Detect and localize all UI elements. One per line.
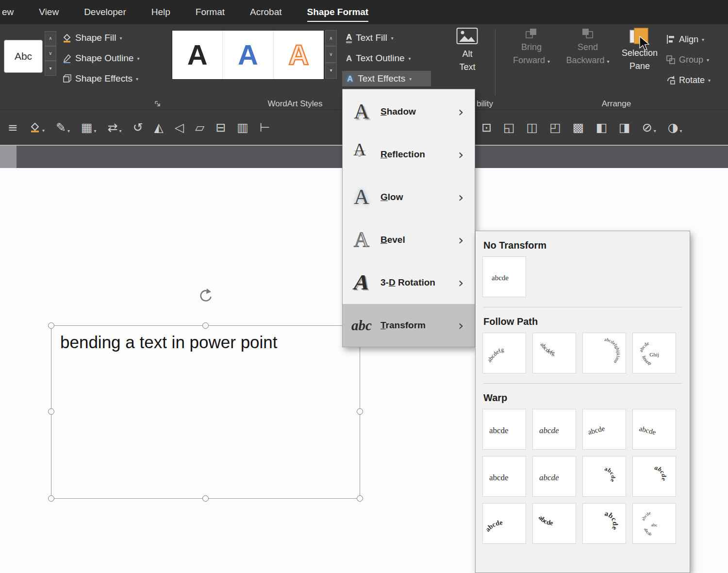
gallery-more-icon[interactable]: ▾ — [45, 61, 56, 76]
ungroup-objects-icon[interactable]: ◰ — [549, 121, 561, 134]
menu-tab-help[interactable]: Help — [151, 7, 170, 17]
gallery-down-icon[interactable]: ∨ — [325, 46, 337, 62]
text-outline-button[interactable]: A Text Outline ▾ — [342, 51, 431, 66]
rotate-left-icon: ↺ — [133, 121, 143, 134]
send-backward-icon — [581, 27, 594, 40]
character-spacing-icon[interactable]: ⇄▾ — [108, 121, 122, 134]
shape-fill-button[interactable]: Shape Fill ▾ — [62, 30, 122, 46]
transform-style-tile-curve-down[interactable]: abcde — [532, 503, 576, 544]
distribute-columns-icon: ▥ — [237, 121, 248, 134]
bring-forward-icon — [525, 27, 538, 40]
shape-effects-label: Shape Effects — [75, 73, 132, 84]
shape-outline-button[interactable]: Shape Outline ▾ — [62, 51, 139, 66]
menu-tab-shape-format[interactable]: Shape Format — [307, 7, 369, 17]
transform-style-tile-arch-down[interactable]: abcdefg — [532, 333, 576, 373]
position-icon[interactable]: ◱ — [503, 121, 515, 134]
menu-item-shadow[interactable]: AShadow› — [343, 90, 475, 133]
transform-style-tile-plain-lg[interactable]: abcde — [482, 409, 526, 450]
transform-style-tile-curve-up[interactable]: abcde — [482, 503, 526, 544]
gallery-up-icon[interactable]: ∧ — [325, 30, 337, 46]
align-label: Align — [679, 34, 698, 45]
menu-tab-ew[interactable]: ew — [2, 7, 14, 17]
regroup-objects-icon[interactable]: ▩ — [573, 121, 584, 134]
transform-style-tile-arch-up[interactable]: abcdefg — [482, 333, 526, 373]
menu-item-reflection[interactable]: AAReflection› — [343, 133, 475, 176]
bring-to-front-icon[interactable]: ◧ — [596, 121, 607, 134]
group-separator — [495, 29, 496, 96]
merge-shapes-icon[interactable]: ⊘▾ — [642, 121, 656, 134]
dropdown-arrow-icon: ▾ — [708, 78, 711, 83]
shape-fill-bucket-icon[interactable]: ▾ — [29, 121, 45, 133]
transform-style-tile-button[interactable]: abcdeGhijlmnop — [632, 333, 676, 373]
wordart-gallery: A A A — [172, 30, 324, 80]
transform-style-tile-ring-lg[interactable]: abcde — [582, 503, 626, 544]
shape-outline-pen-icon[interactable]: ✎▾ — [56, 121, 70, 134]
flip-vertical-icon[interactable]: ◭ — [154, 121, 164, 134]
gallery-more-icon[interactable]: ▾ — [325, 63, 337, 79]
group-objects-icon[interactable]: ◫ — [527, 121, 538, 134]
align-left-edge-icon: ⊢ — [260, 121, 270, 134]
section-divider — [483, 383, 682, 384]
gallery-down-icon[interactable]: ∨ — [45, 46, 56, 61]
text-fill-button[interactable]: A Text Fill ▾ — [342, 30, 431, 46]
transform-style-tile-plain-it[interactable]: abcde — [532, 409, 576, 450]
rotate-left-icon[interactable]: ↺ — [133, 121, 143, 134]
transform-style-tile-chevron-down[interactable]: abcde — [632, 409, 676, 450]
distribute-columns-icon[interactable]: ▥ — [237, 121, 248, 134]
transform-style-tile-chevron-up[interactable]: abcde — [582, 409, 626, 450]
wordart-style-1[interactable]: A — [172, 31, 223, 79]
flip-vertical-icon: ◭ — [154, 121, 164, 134]
resize-handle-bottom-left[interactable] — [48, 495, 54, 502]
align-button[interactable]: Align ▾ — [666, 31, 704, 48]
resize-handle-bottom-right[interactable] — [357, 495, 363, 502]
alt-text-label-2: Text — [459, 62, 475, 73]
tile-grid: abcde — [482, 256, 683, 297]
resize-handle-top-left[interactable] — [48, 322, 54, 329]
transform-style-tile-ring[interactable]: abcde — [582, 456, 626, 497]
resize-handle-middle-right[interactable] — [357, 408, 363, 415]
text-effects-button[interactable]: A Text Effects ▾ — [342, 71, 431, 86]
outline-level-icon[interactable]: ≡ — [8, 121, 18, 134]
tile-grid: abcdeabcdeabcdeabcdeabcdeabcdeabcdeabcde… — [482, 409, 683, 544]
send-backward-button[interactable]: Send Backward ▾ — [565, 27, 611, 96]
transform-style-tile-button-sm[interactable]: abcdeabcabcde — [632, 503, 676, 544]
shape-style-preview[interactable]: Abc — [4, 40, 43, 73]
menubar: ewViewDeveloperHelpFormatAcrobatShape Fo… — [0, 0, 728, 24]
textbox-text[interactable]: bending a text in power point — [51, 326, 360, 352]
send-to-back-icon[interactable]: ◨ — [619, 121, 630, 134]
menu-item-glow[interactable]: AGlow› — [343, 176, 475, 219]
resize-handle-top-middle[interactable] — [202, 322, 209, 329]
align-left-edge-icon[interactable]: ⊢ — [260, 121, 270, 134]
menu-item-3d-rotation[interactable]: A3-D Rotation› — [343, 261, 475, 304]
resize-handle-bottom-middle[interactable] — [202, 495, 209, 502]
menu-tab-view[interactable]: View — [39, 7, 59, 17]
resize-icon[interactable]: ⊡ — [481, 121, 492, 134]
menu-tab-acrobat[interactable]: Acrobat — [250, 7, 281, 17]
wordart-style-3[interactable]: A — [274, 31, 324, 79]
shape-effects-button[interactable]: Shape Effects ▾ — [62, 71, 138, 86]
gallery-up-icon[interactable]: ∧ — [45, 31, 56, 46]
transform-style-tile-plain-lg[interactable]: abcde — [482, 456, 526, 497]
wordart-style-2[interactable]: A — [223, 31, 273, 79]
resize-handle-middle-left[interactable] — [48, 408, 54, 415]
menu-tab-developer[interactable]: Developer — [84, 7, 126, 17]
transform-style-tile-circle[interactable]: abcdefghijklmn — [582, 333, 626, 373]
transform-style-tile-ring-bold[interactable]: abcde — [632, 456, 676, 497]
transform-style-tile-plain[interactable]: abcde — [482, 256, 526, 297]
alt-text-button[interactable]: Alt Text — [447, 27, 487, 96]
rotate-button[interactable]: Rotate ▾ — [666, 72, 711, 88]
flip-horizontal-icon[interactable]: ◁ — [175, 121, 184, 134]
menu-item-transform[interactable]: abcTransform› — [343, 304, 475, 347]
menu-item-bevel[interactable]: ABevel› — [343, 219, 475, 261]
bring-forward-button[interactable]: Bring Forward ▾ — [510, 27, 553, 96]
menu-tab-format[interactable]: Format — [196, 7, 225, 17]
group-button[interactable]: Group ▾ — [666, 51, 709, 68]
quick-styles-icon[interactable]: ◑▾ — [668, 121, 682, 134]
transform-style-tile-plain-it[interactable]: abcde — [532, 456, 576, 497]
slide-textbox[interactable]: bending a text in power point — [51, 325, 360, 499]
shear-icon[interactable]: ▱ — [195, 121, 204, 134]
align-middle-icon[interactable]: ⊟ — [215, 121, 226, 134]
rotate-handle-icon[interactable] — [197, 287, 214, 305]
borders-icon[interactable]: ▦▾ — [81, 121, 97, 134]
dialog-launcher-icon[interactable] — [154, 101, 161, 107]
